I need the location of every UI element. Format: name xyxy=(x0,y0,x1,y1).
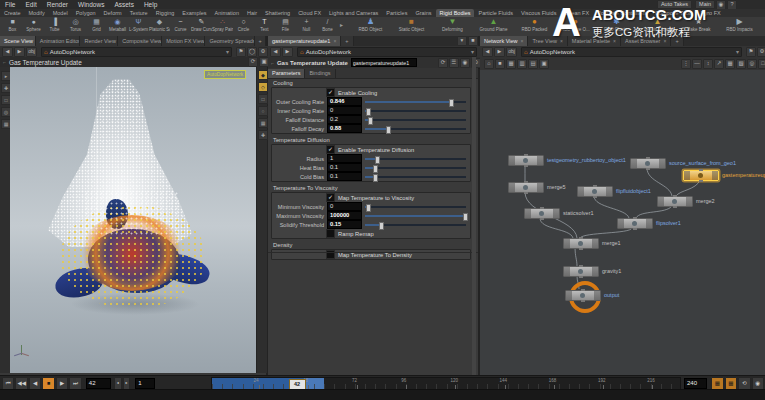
param-tab-bindings[interactable]: Bindings xyxy=(305,69,335,78)
shelf-tab-examples[interactable]: Examples xyxy=(178,9,210,17)
shelf-tool-grid[interactable]: ▦Grid xyxy=(86,17,107,36)
maximize-icon[interactable]: ■ xyxy=(468,36,478,46)
shelf-tab-rigid-bodies[interactable]: Rigid Bodies xyxy=(436,9,475,17)
shelf-tool-box[interactable]: ■Box xyxy=(2,17,23,36)
network-tool-icon[interactable]: ⌂ xyxy=(484,59,494,69)
network-tool-icon[interactable]: ■ xyxy=(495,59,505,69)
shelf-tool-text[interactable]: TText xyxy=(254,17,275,36)
shelf-tab-grains[interactable]: Grains xyxy=(411,9,435,17)
param-slider[interactable] xyxy=(365,155,466,162)
param-slider[interactable] xyxy=(365,221,466,228)
shelf-overflow-icon[interactable]: ▸ xyxy=(340,21,343,28)
snap-icon[interactable]: ◯ xyxy=(247,47,257,57)
playback-button[interactable]: ⏮ xyxy=(2,377,14,390)
checkbox-map-temperature-to-viscosity[interactable]: ✓ xyxy=(326,193,335,202)
network-tool-icon[interactable]: ⋮ xyxy=(681,59,691,69)
param-slider[interactable] xyxy=(365,173,466,180)
context-button[interactable]: obj xyxy=(506,47,517,57)
shelf-tab-deform[interactable]: Deform xyxy=(100,9,126,17)
back-icon[interactable]: ◀ xyxy=(2,47,13,57)
playback-button[interactable]: ◀◀ xyxy=(15,377,27,390)
param-path-field[interactable]: ⌂ AutoDopNetwork ▾ xyxy=(297,47,477,57)
shelf-tab-lights-and-cameras[interactable]: Lights and Cameras xyxy=(325,9,382,17)
menu-item-render[interactable]: Render xyxy=(42,0,73,9)
menu-item-windows[interactable]: Windows xyxy=(73,0,109,9)
shelf-tool-curve[interactable]: ~Curve xyxy=(170,17,191,36)
network-tool-icon[interactable]: ◎ xyxy=(747,59,757,69)
checkbox-enable-temperature-diffusion[interactable]: ✓ xyxy=(326,145,335,154)
tab-gastemperatureupdate1[interactable]: gastemperatureupdate1× xyxy=(268,36,341,46)
shelf-tab-shattering[interactable]: Shattering xyxy=(261,9,294,17)
context-button[interactable]: obj xyxy=(26,47,37,57)
param-slider[interactable] xyxy=(365,212,466,219)
shelf-tool-file[interactable]: ▤File xyxy=(275,17,296,36)
param-slider[interactable] xyxy=(365,203,466,210)
network-path-field[interactable]: ⌂ AutoDopNetwork ▾ xyxy=(521,47,742,57)
viewport-tool-icon[interactable]: ▦ xyxy=(258,118,268,128)
param-value-heat-bias[interactable]: 0.1 xyxy=(327,163,362,172)
chevron-down-icon[interactable]: ▾ xyxy=(736,48,739,55)
flag-icon[interactable]: ⚑ xyxy=(746,47,756,57)
shelf-tool-platonic-sol-[interactable]: ◆Platonic Sol. xyxy=(149,17,170,36)
node-source_surface_from_geo1[interactable]: source_surface_from_geo1 xyxy=(630,158,666,169)
param-slider[interactable] xyxy=(365,116,466,123)
slider-handle[interactable] xyxy=(375,156,380,164)
shelf-tab-particle-fluids[interactable]: Particle Fluids xyxy=(474,9,517,17)
shelf-tool-null[interactable]: +Null xyxy=(296,17,317,36)
menu-item-edit[interactable]: Edit xyxy=(20,0,41,9)
shelf-tool-bone[interactable]: /Bone xyxy=(317,17,338,36)
shelf-tool-ground-plane[interactable]: ▲Ground Plane xyxy=(473,17,514,36)
node-output[interactable]: output xyxy=(565,290,601,301)
node-staticsolver1[interactable]: staticsolver1 xyxy=(524,208,560,219)
network-tool-icon[interactable]: ▧ xyxy=(736,59,746,69)
chevron-down-icon[interactable]: ▾ xyxy=(471,48,474,55)
node-gravity1[interactable]: gravity1 xyxy=(563,266,599,277)
gear-icon[interactable]: ⚙ xyxy=(258,47,268,57)
shelf-tab-cloud-fx[interactable]: Cloud FX xyxy=(294,9,325,17)
node-flipsolver1[interactable]: flipsolver1 xyxy=(617,218,653,229)
checkbox-ramp-remap[interactable] xyxy=(326,229,335,238)
viewport-tool-icon[interactable]: ◇ xyxy=(258,82,268,92)
tab-geometry-spreads[interactable]: Geometry Spreads× xyxy=(205,36,254,46)
shelf-tool-circle[interactable]: ○Circle xyxy=(233,17,254,36)
tab-render-view[interactable]: Render View× xyxy=(80,36,118,46)
shelf-tool-static-object[interactable]: ■Static Object xyxy=(391,17,432,36)
timeline-ruler[interactable]: 2448729612014416819221642 xyxy=(211,377,681,390)
close-icon[interactable]: × xyxy=(521,36,524,46)
param-value-maximum-viscosity[interactable]: 100000 xyxy=(327,211,362,220)
shelf-tab-rigging[interactable]: Rigging xyxy=(152,9,179,17)
shelf-tool-sphere[interactable]: ●Sphere xyxy=(23,17,44,36)
network-tool-icon[interactable]: ↕ xyxy=(703,59,713,69)
slider-handle[interactable] xyxy=(463,213,468,221)
menu-item-assets[interactable]: Assets xyxy=(109,0,139,9)
shelf-tool-spray-paint[interactable]: ∴Spray Paint xyxy=(212,17,233,36)
shelf-tool-metaball[interactable]: ◉Metaball xyxy=(107,17,128,36)
menu-item-help[interactable]: Help xyxy=(139,0,162,9)
slider-handle[interactable] xyxy=(366,108,371,116)
param-scrollbar[interactable] xyxy=(472,57,476,375)
param-value-cold-bias[interactable]: 0.1 xyxy=(327,172,362,181)
network-tool-icon[interactable]: ↗ xyxy=(714,59,724,69)
tab-network-view[interactable]: Network View× xyxy=(480,36,528,46)
shelf-tab-create[interactable]: Create xyxy=(0,9,25,17)
network-canvas[interactable]: testgeometry_rubbertoy_object1source_sur… xyxy=(480,70,765,375)
node-merge5[interactable]: merge5 xyxy=(508,182,544,193)
network-tool-icon[interactable]: ▣ xyxy=(539,59,549,69)
viewport-tool-icon[interactable]: □ xyxy=(258,94,268,104)
network-tool-icon[interactable]: ▤ xyxy=(528,59,538,69)
viewport-tool-icon[interactable]: ◆ xyxy=(258,70,268,80)
playbar-option-button[interactable]: ▦ xyxy=(725,377,737,390)
shelf-tab-polygon[interactable]: Polygon xyxy=(72,9,100,17)
playback-button[interactable]: ⏭ xyxy=(69,377,81,390)
forward-icon[interactable]: ▶ xyxy=(494,47,505,57)
recook-icon[interactable]: ⟳ xyxy=(438,58,448,68)
playback-button[interactable]: ◀ xyxy=(29,377,41,390)
current-frame-field[interactable]: 42 xyxy=(86,378,111,389)
refresh-icon[interactable]: ⟳ xyxy=(248,57,258,67)
slider-handle[interactable] xyxy=(449,99,454,107)
chevron-down-icon[interactable]: ▾ xyxy=(226,48,229,55)
shelf-tab-modify[interactable]: Modify xyxy=(25,9,49,17)
param-value-falloff-distance[interactable]: 0.2 xyxy=(327,115,362,124)
tab-animation-editor[interactable]: Animation Editor× xyxy=(36,36,81,46)
param-slider[interactable] xyxy=(365,107,466,114)
